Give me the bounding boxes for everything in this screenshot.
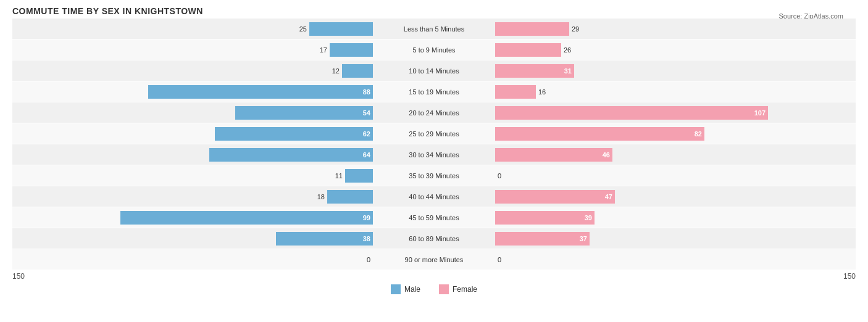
male-value: 25 xyxy=(296,25,307,33)
table-row: 6430 to 34 Minutes46 xyxy=(12,144,856,165)
male-bar: 62 xyxy=(215,127,373,141)
male-value: 11 xyxy=(332,172,343,180)
female-value: 26 xyxy=(564,46,575,54)
table-row: 1210 to 14 Minutes31 xyxy=(12,60,856,81)
male-bar: 88 xyxy=(148,85,373,99)
row-label: 45 to 59 Minutes xyxy=(375,214,493,221)
table-row: 175 to 9 Minutes26 xyxy=(12,39,856,60)
male-value: 0 xyxy=(359,256,370,263)
legend-female-label: Female xyxy=(453,285,477,294)
male-bar xyxy=(330,43,373,57)
row-label: 15 to 19 Minutes xyxy=(375,88,493,96)
male-bar: 64 xyxy=(209,148,373,162)
male-bar xyxy=(342,64,373,78)
female-value: 0 xyxy=(498,172,509,180)
female-bar xyxy=(495,85,536,99)
axis-right: 150 xyxy=(843,272,856,281)
male-value: 18 xyxy=(314,193,325,200)
row-label: 20 to 24 Minutes xyxy=(375,109,493,117)
chart-area: 25Less than 5 Minutes29175 to 9 Minutes2… xyxy=(12,19,856,294)
male-value: 17 xyxy=(316,46,327,54)
female-bar: 107 xyxy=(495,106,768,120)
female-bar: 46 xyxy=(495,148,612,162)
table-row: 9945 to 59 Minutes39 xyxy=(12,207,856,228)
table-row: 3860 to 89 Minutes37 xyxy=(12,228,856,249)
legend-male-label: Male xyxy=(404,285,420,294)
axis-left: 150 xyxy=(12,272,25,281)
legend-female: Female xyxy=(439,284,477,294)
female-bar xyxy=(495,43,561,57)
male-bar: 54 xyxy=(235,106,373,120)
legend-male: Male xyxy=(391,284,420,294)
female-bar: 82 xyxy=(495,127,704,141)
row-label: 5 to 9 Minutes xyxy=(375,46,493,54)
table-row: 6225 to 29 Minutes82 xyxy=(12,123,856,144)
male-bar: 38 xyxy=(276,232,373,246)
table-row: 1135 to 39 Minutes0 xyxy=(12,165,856,186)
male-value: 12 xyxy=(328,67,340,75)
row-label: 35 to 39 Minutes xyxy=(375,172,493,180)
female-bar xyxy=(495,22,569,36)
table-row: 5420 to 24 Minutes107 xyxy=(12,102,856,123)
female-value: 29 xyxy=(572,25,583,33)
male-bar xyxy=(345,169,373,183)
row-label: 25 to 29 Minutes xyxy=(375,130,493,138)
female-value: 0 xyxy=(498,256,509,263)
female-bar: 39 xyxy=(495,211,595,225)
male-bar xyxy=(327,190,373,204)
table-row: 8815 to 19 Minutes16 xyxy=(12,81,856,102)
row-label: 30 to 34 Minutes xyxy=(375,151,493,159)
female-bar: 47 xyxy=(495,190,615,204)
male-bar xyxy=(309,22,373,36)
row-label: 60 to 89 Minutes xyxy=(375,235,493,242)
table-row: 25Less than 5 Minutes29 xyxy=(12,19,856,39)
axis-row: 150 150 xyxy=(12,272,856,281)
table-row: 090 or more Minutes0 xyxy=(12,249,856,270)
table-row: 1840 to 44 Minutes47 xyxy=(12,186,856,207)
female-value: 16 xyxy=(538,88,549,96)
female-bar: 37 xyxy=(495,232,590,246)
legend-female-box xyxy=(439,284,449,294)
row-label: 40 to 44 Minutes xyxy=(375,193,493,200)
row-label: Less than 5 Minutes xyxy=(375,25,493,33)
legend-male-box xyxy=(391,284,401,294)
female-bar: 31 xyxy=(495,64,574,78)
row-label: 90 or more Minutes xyxy=(375,256,493,263)
row-label: 10 to 14 Minutes xyxy=(375,67,493,75)
male-bar: 99 xyxy=(120,211,373,225)
legend: Male Female xyxy=(12,284,856,294)
chart-title: COMMUTE TIME BY SEX IN KNIGHTSTOWN xyxy=(12,6,856,16)
